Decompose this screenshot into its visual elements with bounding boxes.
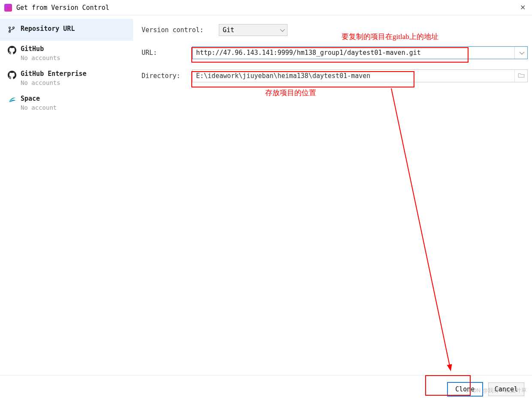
sidebar-item-sub: No accounts xyxy=(21,79,87,86)
sidebar-item-space[interactable]: Space No account xyxy=(0,90,133,115)
version-control-row: Version control: Git xyxy=(142,24,528,36)
folder-icon xyxy=(518,72,525,80)
browse-button[interactable] xyxy=(514,70,527,82)
sidebar-item-sub: No account xyxy=(21,104,57,111)
footer: Clone Cancel xyxy=(0,375,532,403)
url-input[interactable]: http://47.96.143.141:9999/hm138_group1/d… xyxy=(192,46,528,59)
sidebar-item-github-enterprise[interactable]: GitHub Enterprise No accounts xyxy=(0,66,133,90)
version-control-select[interactable]: Git xyxy=(219,24,287,36)
sidebar-item-label: Repository URL xyxy=(21,25,75,33)
sidebar-item-label: GitHub Enterprise xyxy=(21,70,87,78)
window-title: Get from Version Control xyxy=(16,4,517,12)
sidebar-item-label: Space xyxy=(21,95,57,102)
branch-icon xyxy=(8,26,15,35)
github-icon xyxy=(8,71,16,81)
chevron-down-icon xyxy=(280,27,285,32)
sidebar-item-sub: No accounts xyxy=(21,54,60,61)
close-button[interactable]: ✕ xyxy=(517,3,528,13)
url-dropdown-button[interactable] xyxy=(514,47,527,59)
space-icon xyxy=(8,96,16,105)
svg-point-1 xyxy=(13,27,15,29)
directory-input-value: E:\ideawork\jiuyeban\heima138\daytest01-… xyxy=(193,70,514,81)
svg-point-0 xyxy=(9,27,11,29)
content-panel: Version control: Git URL: http://47.96.1… xyxy=(133,15,532,375)
url-label: URL: xyxy=(142,49,192,57)
url-row: URL: http://47.96.143.141:9999/hm138_gro… xyxy=(142,46,528,59)
directory-input[interactable]: E:\ideawork\jiuyeban\heima138\daytest01-… xyxy=(192,69,528,82)
titlebar: Get from Version Control ✕ xyxy=(0,0,532,15)
sidebar-item-label: GitHub xyxy=(21,45,60,53)
url-input-value: http://47.96.143.141:9999/hm138_group1/d… xyxy=(193,47,514,58)
main-content: Repository URL GitHub No accounts GitHub xyxy=(0,15,532,375)
github-icon xyxy=(8,46,16,56)
app-icon xyxy=(4,4,12,12)
close-icon: ✕ xyxy=(520,3,526,12)
directory-label: Directory: xyxy=(142,72,192,80)
watermark: CSDN @我有一颗五叶草 xyxy=(465,387,527,394)
version-control-value: Git xyxy=(223,26,234,34)
directory-row: Directory: E:\ideawork\jiuyeban\heima138… xyxy=(142,69,528,82)
sidebar: Repository URL GitHub No accounts GitHub xyxy=(0,15,133,375)
version-control-label: Version control: xyxy=(142,26,219,34)
sidebar-item-repository-url[interactable]: Repository URL xyxy=(0,19,133,41)
sidebar-item-github[interactable]: GitHub No accounts xyxy=(0,41,133,66)
chevron-down-icon xyxy=(519,50,524,54)
